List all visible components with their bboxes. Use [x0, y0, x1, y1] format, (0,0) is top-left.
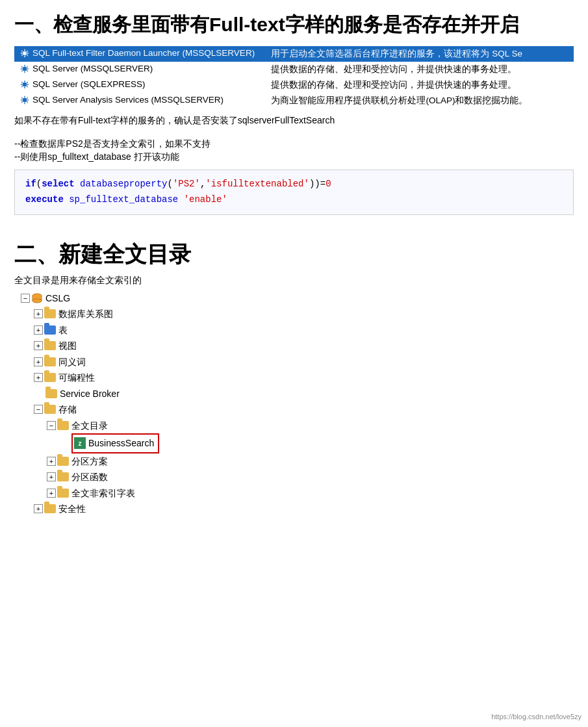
tree-root-label: CSLG — [45, 290, 70, 307]
tree-item-8: z BusinessSearch — [21, 433, 574, 453]
tree-item-2: +视图 — [21, 338, 574, 354]
svg-point-3 — [23, 98, 27, 102]
tree-item-label: 分区方案 — [71, 453, 108, 470]
comment2: --则使用sp_fulltext_database 打开该功能 — [14, 151, 574, 163]
service-name-2: SQL Server (SQLEXPRESS) — [14, 77, 266, 93]
watermark: https://blog.csdn.net/love5zy — [491, 713, 582, 721]
service-name-3: SQL Server Analysis Services (MSSQLSERVE… — [14, 93, 266, 108]
expand-icon[interactable]: + — [34, 341, 43, 350]
expand-icon[interactable]: + — [34, 373, 43, 382]
tree-item-label: 分区函数 — [71, 469, 108, 485]
svg-point-0 — [23, 51, 27, 55]
code-line2: execute sp_fulltext_database 'enable' — [25, 192, 563, 208]
expand-icon[interactable]: + — [34, 357, 43, 366]
folder-icon — [57, 489, 69, 498]
tree-item-11: +全文非索引字表 — [21, 485, 574, 502]
section2-desc: 全文目录是用来存储全文索引的 — [14, 275, 574, 287]
services-table: SQL Full-text Filter Daemon Launcher (MS… — [14, 46, 574, 108]
fulltext-svg-icon: z — [75, 439, 84, 448]
folder-icon — [44, 341, 56, 350]
expand-icon[interactable]: + — [34, 309, 43, 318]
gear-icon — [19, 95, 30, 105]
svg-point-6 — [32, 299, 42, 303]
folder-icon — [45, 389, 57, 398]
collapse-icon[interactable]: − — [47, 421, 56, 430]
tree-item-label: Service Broker — [60, 386, 120, 402]
code-block: if(select databaseproperty('PS2','isfull… — [14, 170, 574, 215]
folder-icon — [44, 309, 56, 318]
tree-item-0: +数据库关系图 — [21, 306, 574, 322]
folder-icon — [44, 405, 56, 414]
tree-root: − CSLG — [21, 290, 574, 307]
tree-item-label: 安全性 — [58, 501, 86, 517]
tree-item-4: +可编程性 — [21, 370, 574, 386]
db-icon — [31, 292, 43, 304]
folder-blue-icon — [44, 325, 56, 335]
section1-title: 一、检查服务里面带有Full-text字样的服务是否存在并开启 — [14, 12, 574, 37]
collapse-icon-root[interactable]: − — [21, 294, 30, 303]
tree-item-label: 存储 — [58, 402, 77, 418]
tree-item-12: +安全性 — [21, 501, 574, 517]
tree-item-5: Service Broker — [21, 386, 574, 402]
folder-icon — [57, 421, 69, 430]
tree-item-label: 可编程性 — [58, 370, 95, 386]
fulltext-catalog-icon: z — [74, 437, 86, 449]
tree: − CSLG +数据库关系图+表+视图+同义词+可编程性Service Brok… — [21, 290, 574, 517]
tree-item-1: +表 — [21, 322, 574, 338]
section2-title: 二、新建全文目录 — [14, 240, 574, 270]
gear-icon — [19, 79, 30, 90]
folder-icon — [44, 504, 56, 513]
svg-point-1 — [23, 67, 27, 71]
gear-icon — [19, 64, 30, 74]
tree-item-label: 数据库关系图 — [58, 306, 113, 322]
expand-icon[interactable]: + — [47, 457, 56, 466]
service-desc-3: 为商业智能应用程序提供联机分析处理(OLAP)和数据挖掘功能。 — [266, 93, 574, 108]
service-desc-0: 用于启动全文筛选器后台程序进程的服务，该进程将为 SQL Se — [266, 46, 574, 62]
tree-item-label: 视图 — [58, 338, 77, 354]
svg-text:z: z — [79, 440, 82, 447]
expand-icon[interactable]: + — [34, 504, 43, 513]
tree-item-7: −全文目录 — [21, 418, 574, 434]
tree-item-6: −存储 — [21, 402, 574, 418]
service-desc-2: 提供数据的存储、处理和受控访问，并提供快速的事务处理。 — [266, 77, 574, 93]
gear-icon — [19, 48, 30, 58]
expand-icon[interactable]: + — [34, 325, 43, 335]
note-text: 如果不存在带有Full-text字样的服务的，确认是否安装了sqlserverF… — [14, 115, 574, 127]
tree-item-label: 同义词 — [58, 354, 86, 370]
service-name-0: SQL Full-text Filter Daemon Launcher (MS… — [14, 46, 266, 62]
tree-item-label: 表 — [58, 322, 68, 338]
expand-icon[interactable]: + — [47, 472, 56, 481]
tree-item-10: +分区函数 — [21, 469, 574, 485]
code-line1: if(select databaseproperty('PS2','isfull… — [25, 177, 563, 192]
comment1: --检查数据库PS2是否支持全文索引，如果不支持 — [14, 138, 574, 150]
folder-icon — [44, 373, 56, 382]
tree-item-label: BusinessSearch — [88, 435, 154, 452]
folder-icon — [44, 357, 56, 366]
service-name-1: SQL Server (MSSQLSERVER) — [14, 62, 266, 77]
tree-item-3: +同义词 — [21, 354, 574, 370]
tree-item-label: 全文目录 — [71, 418, 108, 434]
expand-icon[interactable]: + — [47, 489, 56, 498]
tree-item-9: +分区方案 — [21, 453, 574, 470]
highlighted-item: z BusinessSearch — [71, 433, 159, 453]
collapse-icon[interactable]: − — [34, 405, 43, 414]
folder-icon — [57, 472, 69, 481]
svg-point-2 — [23, 83, 27, 86]
service-desc-1: 提供数据的存储、处理和受控访问，并提供快速的事务处理。 — [266, 62, 574, 77]
tree-item-label: 全文非索引字表 — [71, 485, 135, 502]
folder-icon — [57, 457, 69, 466]
